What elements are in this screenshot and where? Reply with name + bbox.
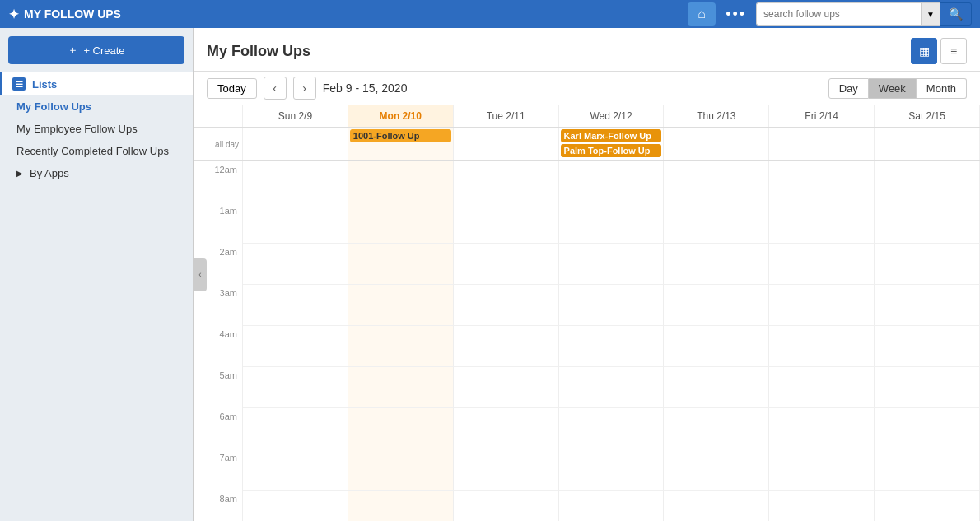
day-label: Day: [839, 82, 858, 95]
search-icon: 🔍: [949, 7, 963, 21]
time-cell-day5-slot7: [769, 449, 875, 491]
more-icon: •••: [726, 6, 746, 22]
collapse-icon: ‹: [198, 270, 201, 279]
calendar-view-button[interactable]: ▦: [911, 38, 937, 64]
event-1001-follow-up[interactable]: 1001-Follow Up: [350, 129, 451, 142]
sidebar-lists-section: ☰ Lists My Follow Ups My Employee Follow…: [0, 72, 193, 184]
header-icons: ⌂ ••• ▼ 🔍: [688, 2, 972, 26]
content-area: ‹ My Follow Ups ▦ ≡ Today ‹ ›: [194, 28, 980, 521]
event-palm-top[interactable]: Palm Top-Follow Up: [561, 144, 662, 157]
time-cell-day5-slot5: [769, 367, 875, 408]
time-label-8am: 8am: [194, 491, 243, 521]
time-cell-day2-slot8: [454, 491, 559, 521]
time-cell-day2-slot6: [454, 408, 559, 449]
sidebar-item-recently-completed[interactable]: Recently Completed Follow Ups: [0, 140, 193, 162]
time-cell-day1-slot4: [348, 326, 454, 367]
allday-tue: [454, 128, 559, 160]
time-label-6am: 6am: [194, 408, 243, 449]
today-button[interactable]: Today: [207, 78, 257, 99]
sidebar-collapse-handle[interactable]: ‹: [194, 258, 207, 291]
allday-sun: [243, 128, 348, 160]
month-button[interactable]: Month: [917, 78, 967, 99]
time-label-12am: 12am: [194, 161, 243, 202]
star-icon: ✦: [8, 7, 19, 22]
search-dropdown-button[interactable]: ▼: [921, 2, 940, 26]
sidebar-item-my-follow-ups[interactable]: My Follow Ups: [0, 95, 193, 118]
search-input[interactable]: [756, 2, 921, 26]
event-karl-marx[interactable]: Karl Marx-Follow Up: [561, 129, 662, 142]
allday-sat: [875, 128, 980, 160]
sidebar-item-employee-follow-ups[interactable]: My Employee Follow Ups: [0, 118, 193, 140]
search-button[interactable]: 🔍: [940, 2, 972, 26]
time-cell-day3-slot0: [559, 161, 665, 202]
time-cell-day1-slot2: [348, 244, 454, 285]
time-cell-day2-slot2: [454, 244, 559, 285]
time-cell-day4-slot5: [664, 367, 769, 408]
prev-button[interactable]: ‹: [264, 77, 287, 100]
sidebar-item-lists[interactable]: ☰ Lists: [0, 72, 193, 95]
time-cell-day4-slot2: [664, 244, 769, 285]
time-cell-day2-slot0: [454, 161, 559, 202]
more-button[interactable]: •••: [722, 6, 749, 23]
time-cell-day0-slot7: [243, 449, 348, 491]
allday-thu: [664, 128, 769, 160]
time-cell-day5-slot0: [769, 161, 875, 202]
day-button[interactable]: Day: [828, 78, 869, 99]
time-cell-day4-slot1: [664, 202, 769, 244]
home-icon: ⌂: [698, 7, 706, 21]
today-label: Today: [217, 82, 246, 95]
main-layout: ＋ + Create ☰ Lists My Follow Ups My Empl…: [0, 28, 980, 521]
allday-wed: Karl Marx-Follow Up Palm Top-Follow Up: [559, 128, 665, 160]
time-cell-day5-slot4: [769, 326, 875, 367]
day-header-thu: Thu 2/13: [664, 105, 769, 127]
time-cell-day4-slot3: [664, 285, 769, 326]
time-cell-day6-slot0: [875, 161, 980, 202]
time-grid: 12am1am2am3am4am5am6am7am8am9am10am11am: [194, 161, 980, 521]
time-cell-day4-slot0: [664, 161, 769, 202]
time-cell-day0-slot2: [243, 244, 348, 285]
allday-fri: [769, 128, 875, 160]
week-button[interactable]: Week: [869, 78, 917, 99]
next-icon: ›: [302, 81, 306, 95]
time-cell-day0-slot5: [243, 367, 348, 408]
time-cell-day2-slot3: [454, 285, 559, 326]
day-header-fri: Fri 2/14: [769, 105, 875, 127]
time-cell-day5-slot2: [769, 244, 875, 285]
day-header-tue: Tue 2/11: [454, 105, 559, 127]
time-cell-day6-slot1: [875, 202, 980, 244]
allday-label: all day: [194, 128, 243, 160]
home-button[interactable]: ⌂: [688, 2, 716, 26]
calendar-icon: ▦: [919, 44, 930, 58]
time-label-3am: 3am: [194, 285, 243, 326]
corner-cell: [194, 105, 243, 127]
time-cell-day5-slot3: [769, 285, 875, 326]
time-cell-day1-slot6: [348, 408, 454, 449]
create-button[interactable]: ＋ + Create: [8, 36, 184, 64]
time-cell-day2-slot7: [454, 449, 559, 491]
time-label-7am: 7am: [194, 449, 243, 491]
day-header-sun: Sun 2/9: [243, 105, 348, 127]
period-buttons: Day Week Month: [828, 78, 967, 99]
time-cell-day5-slot1: [769, 202, 875, 244]
sidebar-item-by-apps[interactable]: ▶ By Apps: [0, 162, 193, 184]
next-button[interactable]: ›: [293, 77, 316, 100]
time-cell-day3-slot2: [559, 244, 665, 285]
time-cell-day5-slot6: [769, 408, 875, 449]
view-toggle: ▦ ≡: [911, 38, 967, 64]
time-cell-day6-slot3: [875, 285, 980, 326]
chevron-right-icon: ▶: [16, 169, 23, 178]
time-cell-day0-slot1: [243, 202, 348, 244]
time-cell-day0-slot4: [243, 326, 348, 367]
time-cell-day2-slot4: [454, 326, 559, 367]
prev-icon: ‹: [273, 81, 277, 95]
allday-mon: 1001-Follow Up: [348, 128, 454, 160]
time-cell-day0-slot3: [243, 285, 348, 326]
top-header: ✦ MY FOLLOW UPS ⌂ ••• ▼ 🔍: [0, 0, 980, 28]
recently-completed-label: Recently Completed Follow Ups: [16, 145, 169, 157]
time-cell-day3-slot8: [559, 491, 665, 521]
time-cell-day0-slot0: [243, 161, 348, 202]
sidebar: ＋ + Create ☰ Lists My Follow Ups My Empl…: [0, 28, 194, 521]
time-label-4am: 4am: [194, 326, 243, 367]
month-label: Month: [926, 82, 956, 95]
list-view-button[interactable]: ≡: [940, 38, 967, 64]
